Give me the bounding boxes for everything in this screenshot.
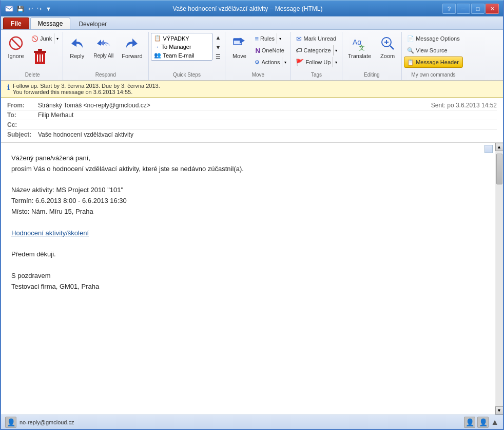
mark-unread-button[interactable]: ✉ Mark Unread bbox=[293, 33, 339, 44]
junk-button[interactable]: 🚫 Junk ▾ bbox=[29, 33, 61, 44]
move-group-label: Move bbox=[227, 71, 288, 79]
to-manager-icon: → bbox=[154, 44, 160, 50]
quick-steps-scroll-up[interactable]: ▲ bbox=[214, 33, 223, 43]
email-thanks: Předem děkuji. bbox=[11, 249, 484, 260]
tab-file[interactable]: File bbox=[3, 17, 29, 29]
quick-step-team-email[interactable]: 👥 Team E-mail bbox=[152, 51, 211, 60]
sender-avatar: 👤 bbox=[5, 417, 16, 428]
ribbon-tabs: File Message Developer bbox=[1, 16, 503, 30]
move-icon bbox=[231, 35, 247, 51]
junk-dropdown-arrow[interactable]: ▾ bbox=[54, 33, 60, 44]
status-expand-btn[interactable]: ▲ bbox=[491, 418, 499, 427]
ribbon: File Message Developer Ignore bbox=[1, 16, 503, 81]
message-options-button[interactable]: 📄 Message Options bbox=[404, 33, 463, 44]
ribbon-content: Ignore 🚫 Junk ▾ bbox=[1, 30, 503, 80]
close-btn[interactable]: ✕ bbox=[486, 4, 499, 14]
move-button[interactable]: Move bbox=[227, 33, 251, 70]
email-from-row: From: Stránský Tomáš <no-reply@gmcloud.c… bbox=[7, 101, 497, 110]
rules-dropdown[interactable]: ▾ bbox=[277, 33, 283, 44]
message-header-button[interactable]: 📋 Message Header bbox=[404, 57, 463, 68]
junk-icon: 🚫 bbox=[31, 35, 38, 42]
email-scrollbar: ▲ ▼ bbox=[495, 143, 503, 415]
delete-group-content: Ignore 🚫 Junk ▾ bbox=[4, 33, 61, 71]
notification-text: Follow up. Start by 3. června 2013. Due … bbox=[13, 83, 160, 95]
scroll-thumb[interactable] bbox=[496, 154, 502, 184]
scroll-up-btn[interactable]: ▲ bbox=[495, 143, 503, 151]
onenote-button[interactable]: N OneNote bbox=[252, 45, 288, 56]
actions-dropdown[interactable]: ▾ bbox=[282, 57, 288, 67]
tags-small-btns: ✉ Mark Unread 🏷 Categorize ▾ bbox=[293, 33, 339, 68]
ribbon-group-respond: Reply Reply All bbox=[63, 32, 148, 80]
my-commands-btns: 📄 Message Options 🔍 View Source 📋 Messag… bbox=[404, 33, 463, 68]
hodnoceni-link[interactable]: Hodnocení aktivity/školení bbox=[11, 229, 89, 237]
reply-icon bbox=[69, 35, 85, 51]
svg-text:文: 文 bbox=[359, 44, 365, 51]
forward-button[interactable]: Forward bbox=[118, 33, 146, 70]
quick-steps-more[interactable]: ☰ bbox=[214, 52, 223, 62]
tags-group-content: ✉ Mark Unread 🏷 Categorize ▾ bbox=[293, 33, 339, 71]
follow-up-button[interactable]: 🚩 Follow Up ▾ bbox=[293, 57, 339, 68]
my-commands-content: 📄 Message Options 🔍 View Source 📋 Messag… bbox=[404, 33, 463, 71]
follow-up-dropdown[interactable]: ▾ bbox=[333, 57, 339, 67]
scroll-down-btn[interactable]: ▼ bbox=[495, 406, 503, 415]
ribbon-group-my-commands: 📄 Message Options 🔍 View Source 📋 Messag… bbox=[402, 32, 465, 80]
rules-button[interactable]: ≡ Rules ▾ bbox=[252, 33, 288, 44]
translate-icon: Aα 文 bbox=[351, 35, 367, 51]
email-signature: Testovaci firma, GM01, Praha bbox=[11, 282, 484, 292]
app-icon bbox=[5, 5, 13, 13]
tab-message[interactable]: Message bbox=[30, 17, 71, 29]
body-icon-1[interactable] bbox=[484, 145, 493, 153]
ribbon-group-editing: Aα 文 Translate bbox=[342, 32, 402, 80]
email-line1: prosím Vás o hodnocení vzdělávací aktivi… bbox=[11, 164, 484, 175]
maximize-btn[interactable]: □ bbox=[471, 4, 484, 14]
my-commands-group-label: My own commands bbox=[404, 71, 463, 79]
quick-access-toolbar: 💾 ↩ ↪ ▼ bbox=[15, 5, 53, 13]
options-icon: 📄 bbox=[407, 35, 414, 42]
quick-steps-scroll-down[interactable]: ▼ bbox=[214, 43, 223, 52]
view-source-icon: 🔍 bbox=[407, 47, 414, 54]
redo-quick-btn[interactable]: ↪ bbox=[35, 5, 43, 13]
reply-button[interactable]: Reply bbox=[65, 33, 89, 70]
quick-access-dropdown[interactable]: ▼ bbox=[44, 5, 53, 13]
follow-up-icon: 🚩 bbox=[296, 59, 304, 66]
help-btn[interactable]: ? bbox=[442, 4, 456, 14]
move-group-content: Move ≡ Rules ▾ N OneNote bbox=[227, 33, 288, 71]
onenote-icon: N bbox=[255, 47, 260, 54]
reply-all-icon bbox=[95, 35, 112, 51]
undo-quick-btn[interactable]: ↩ bbox=[27, 5, 34, 13]
categorize-dropdown[interactable]: ▾ bbox=[333, 45, 339, 55]
status-avatar-1: 👤 bbox=[464, 417, 475, 428]
title-bar-left: 💾 ↩ ↪ ▼ bbox=[5, 5, 53, 13]
actions-button[interactable]: ⚙ Actions ▾ bbox=[252, 57, 288, 68]
svg-rect-5 bbox=[38, 49, 42, 51]
respond-group-label: Respond bbox=[65, 71, 146, 79]
tab-developer[interactable]: Developer bbox=[71, 18, 114, 29]
email-regards: S pozdravem bbox=[11, 271, 484, 282]
svg-line-2 bbox=[12, 39, 20, 47]
save-quick-btn[interactable]: 💾 bbox=[15, 5, 26, 13]
zoom-button[interactable]: Zoom bbox=[376, 33, 399, 70]
respond-group-content: Reply Reply All bbox=[65, 33, 146, 71]
svg-line-14 bbox=[390, 46, 394, 49]
ribbon-group-quick-steps: 📋 VÝPADKY → To Manager 👥 Team E-mail bbox=[149, 32, 226, 80]
view-source-button[interactable]: 🔍 View Source bbox=[404, 45, 463, 56]
team-email-icon: 👥 bbox=[154, 52, 161, 59]
title-bar: 💾 ↩ ↪ ▼ Vaše hodnocení vzdělávací aktivi… bbox=[1, 1, 503, 16]
reply-all-button[interactable]: Reply All bbox=[90, 33, 117, 70]
svg-rect-10 bbox=[234, 39, 242, 41]
notification-bar: ℹ Follow up. Start by 3. června 2013. Du… bbox=[1, 81, 503, 98]
ignore-button[interactable]: Ignore bbox=[4, 33, 28, 70]
delete-icon bbox=[32, 47, 48, 67]
categorize-button[interactable]: 🏷 Categorize ▾ bbox=[293, 45, 339, 56]
main-window: 💾 ↩ ↪ ▼ Vaše hodnocení vzdělávací aktivi… bbox=[0, 0, 504, 430]
email-cc-row: Cc: bbox=[7, 120, 497, 130]
status-bar: 👤 no-reply@gmcloud.cz 👤 👤 ▲ bbox=[1, 415, 503, 429]
email-link-paragraph: Hodnocení aktivity/školení bbox=[11, 228, 484, 239]
forward-icon bbox=[124, 35, 140, 51]
minimize-btn[interactable]: ─ bbox=[457, 4, 470, 14]
body-top-icons bbox=[484, 145, 493, 153]
delete-button[interactable] bbox=[29, 45, 61, 69]
quick-step-to-manager[interactable]: → To Manager bbox=[152, 43, 211, 51]
quick-step-vypadky[interactable]: 📋 VÝPADKY bbox=[152, 34, 211, 43]
translate-button[interactable]: Aα 文 Translate bbox=[344, 33, 375, 70]
